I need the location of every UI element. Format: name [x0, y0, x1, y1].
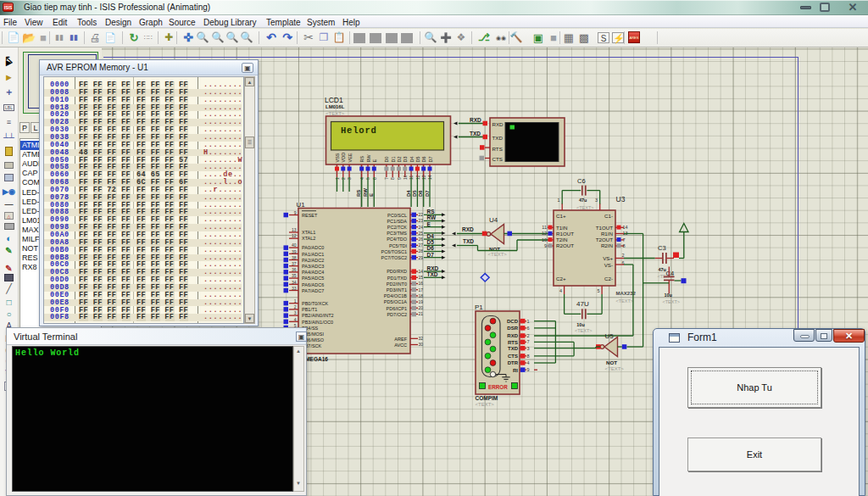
- svg-text:NOT: NOT: [606, 359, 617, 365]
- svg-text:D4: D4: [409, 156, 415, 162]
- svg-text:D7: D7: [425, 190, 430, 197]
- svg-text:AVCC: AVCC: [394, 343, 407, 348]
- svg-text:PC4/TDO: PC4/TDO: [387, 237, 408, 242]
- svg-text:DSR: DSR: [507, 326, 518, 331]
- svg-text:4: 4: [559, 288, 562, 293]
- svg-text:10u: 10u: [576, 322, 584, 327]
- svg-text:RXD: RXD: [492, 121, 504, 127]
- svg-text:15: 15: [419, 275, 424, 280]
- svg-text:DCD: DCD: [507, 319, 519, 324]
- svg-text:PB2/AIN0/INT2: PB2/AIN0/INT2: [302, 313, 334, 318]
- svg-text:RS: RS: [359, 156, 364, 163]
- svg-text:4: 4: [527, 360, 530, 365]
- svg-text:TXD: TXD: [470, 131, 481, 137]
- svg-text:33: 33: [292, 286, 297, 291]
- svg-text:2: 2: [622, 253, 625, 258]
- svg-text:D5: D5: [412, 190, 417, 197]
- svg-text:<TEXT>: <TEXT>: [576, 205, 593, 210]
- svg-text:R1OUT: R1OUT: [556, 231, 574, 237]
- svg-text:TXD: TXD: [427, 271, 438, 277]
- svg-text:PA0/ADC0: PA0/ADC0: [302, 245, 324, 250]
- svg-text:C2+: C2+: [556, 276, 566, 281]
- svg-text:9: 9: [294, 210, 297, 215]
- svg-text:8: 8: [390, 177, 395, 180]
- svg-text:12: 12: [292, 233, 297, 238]
- svg-text:D0: D0: [384, 156, 389, 162]
- svg-text:VS-: VS-: [604, 262, 613, 268]
- svg-text:38: 38: [292, 255, 297, 260]
- svg-text:8: 8: [623, 243, 626, 248]
- svg-text:PA1/ADC1: PA1/ADC1: [302, 252, 324, 257]
- svg-text:D5: D5: [427, 239, 435, 245]
- svg-text:TXD: TXD: [463, 238, 474, 244]
- svg-text:DTR: DTR: [508, 360, 519, 365]
- svg-text:RTS: RTS: [508, 340, 518, 345]
- svg-text:28: 28: [419, 248, 424, 254]
- svg-text:R1IN: R1IN: [601, 231, 613, 237]
- svg-text:C6: C6: [577, 177, 586, 185]
- svg-text:TXD: TXD: [508, 346, 519, 351]
- svg-text:U5: U5: [605, 332, 615, 340]
- svg-text:PA4/ADC4: PA4/ADC4: [302, 270, 324, 275]
- svg-text:RW: RW: [363, 188, 368, 197]
- svg-text:PA5/ADC5: PA5/ADC5: [302, 276, 324, 281]
- svg-text:PD2/INT0: PD2/INT0: [387, 281, 407, 287]
- svg-text:11: 11: [542, 225, 547, 230]
- svg-text:22: 22: [419, 212, 424, 217]
- svg-text:E: E: [369, 193, 374, 197]
- svg-text:D4: D4: [406, 190, 411, 197]
- svg-text:<TEXT>: <TEXT>: [605, 366, 625, 371]
- svg-text:RXD: RXD: [507, 333, 518, 338]
- svg-text:U4: U4: [489, 216, 498, 224]
- svg-text:T1OUT: T1OUT: [596, 225, 614, 231]
- svg-text:4: 4: [294, 317, 297, 322]
- svg-text:RW: RW: [366, 154, 371, 163]
- svg-text:D1: D1: [391, 156, 396, 162]
- svg-text:9: 9: [397, 177, 402, 180]
- svg-text:U3: U3: [616, 195, 626, 203]
- svg-text:10u: 10u: [665, 293, 672, 298]
- svg-text:VEE: VEE: [348, 153, 353, 162]
- svg-text:<TEXT>: <TEXT>: [326, 111, 345, 116]
- svg-text:<TEXT>: <TEXT>: [476, 402, 495, 407]
- svg-text:47u: 47u: [579, 198, 587, 203]
- svg-text:PD7/OC2: PD7/OC2: [387, 312, 407, 317]
- svg-text:26: 26: [419, 237, 424, 242]
- svg-text:36: 36: [292, 267, 297, 272]
- svg-text:CTS: CTS: [508, 354, 518, 359]
- svg-text:PD4/OC1B: PD4/OC1B: [384, 293, 408, 298]
- svg-text:PA6/ADC6: PA6/ADC6: [302, 282, 324, 287]
- svg-text:U1: U1: [297, 201, 306, 209]
- svg-text:30: 30: [419, 342, 424, 347]
- svg-text:VDD: VDD: [341, 153, 346, 163]
- svg-text:LM016L: LM016L: [326, 104, 345, 109]
- svg-text:6: 6: [527, 326, 530, 331]
- svg-text:LCD1: LCD1: [325, 96, 343, 104]
- svg-text:C1+: C1+: [556, 213, 566, 219]
- svg-text:13: 13: [292, 227, 297, 232]
- svg-text:<TEXT>: <TEXT>: [575, 328, 592, 333]
- svg-text:PC5/TDI: PC5/TDI: [389, 243, 408, 248]
- svg-text:2: 2: [527, 333, 530, 338]
- svg-text:14: 14: [623, 225, 628, 230]
- svg-text:RXD: RXD: [462, 226, 474, 232]
- svg-text:RS: RS: [356, 190, 361, 197]
- svg-text:R2OUT: R2OUT: [556, 242, 574, 248]
- svg-text:E: E: [372, 159, 377, 163]
- svg-text:VSS: VSS: [335, 153, 340, 162]
- svg-text:PB3/AIN1/OC0: PB3/AIN1/OC0: [302, 320, 333, 325]
- svg-text:18: 18: [419, 293, 424, 298]
- svg-text:PB0/T0/XCK: PB0/T0/XCK: [302, 301, 329, 306]
- svg-text:<TEXT>: <TEXT>: [663, 299, 680, 304]
- svg-text:D4: D4: [427, 233, 435, 239]
- svg-text:XTAL1: XTAL1: [302, 230, 315, 235]
- svg-text:CTS: CTS: [492, 156, 503, 162]
- svg-text:19: 19: [419, 299, 424, 304]
- svg-text:10: 10: [403, 175, 408, 180]
- svg-text:C2-: C2-: [604, 276, 613, 281]
- svg-text:9: 9: [527, 367, 530, 372]
- svg-text:XTAL2: XTAL2: [302, 236, 315, 241]
- svg-text:D3: D3: [403, 156, 408, 162]
- svg-text:COMPIM: COMPIM: [476, 395, 498, 401]
- svg-text:1: 1: [557, 198, 559, 203]
